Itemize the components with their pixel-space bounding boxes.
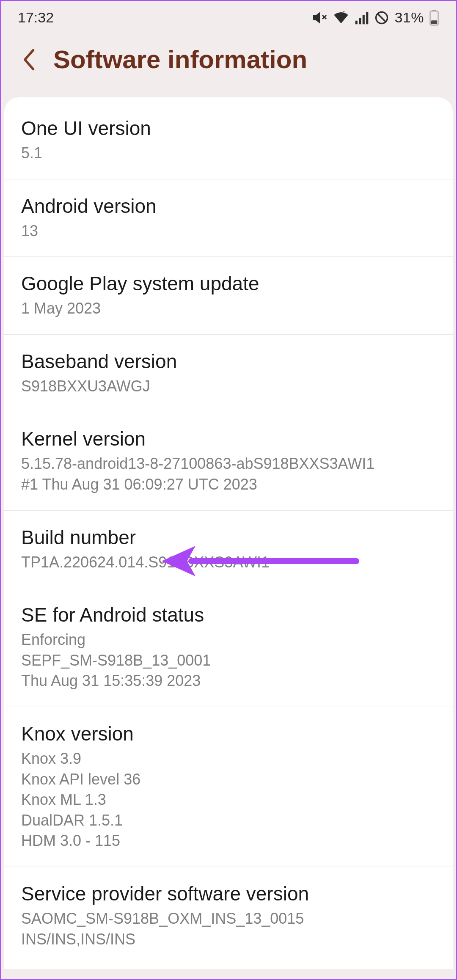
svg-line-8: [378, 14, 385, 22]
battery-icon: [429, 10, 439, 26]
value-android: 13: [21, 221, 436, 242]
row-baseband[interactable]: Baseband version S918BXXU3AWGJ: [4, 335, 453, 413]
label-kernel: Kernel version: [21, 427, 436, 450]
mute-icon: [312, 10, 328, 25]
status-time: 17:32: [18, 9, 54, 26]
svg-rect-5: [363, 15, 365, 24]
value-kernel: 5.15.78-android13-8-27100863-abS918BXXS3…: [21, 454, 436, 495]
back-icon[interactable]: [19, 49, 41, 71]
value-knox: Knox 3.9 Knox API level 36 Knox ML 1.3 D…: [21, 749, 436, 851]
value-service-provider: SAOMC_SM-S918B_OXM_INS_13_0015 INS/INS,I…: [21, 908, 436, 950]
svg-rect-11: [431, 20, 437, 24]
cellular-icon: [355, 11, 369, 25]
svg-rect-3: [355, 20, 358, 24]
label-android: Android version: [21, 195, 436, 217]
row-build-number[interactable]: Build number TP1A.220624.014.S918BXXS3AW…: [4, 511, 453, 589]
do-not-disturb-icon: [374, 10, 389, 25]
label-build: Build number: [21, 526, 436, 549]
page-title: Software information: [53, 45, 307, 74]
label-play-update: Google Play system update: [21, 272, 436, 295]
label-service-provider: Service provider software version: [21, 882, 436, 905]
svg-rect-4: [359, 18, 361, 24]
value-build: TP1A.220624.014.S918BXXS3AWI1: [21, 552, 436, 573]
settings-card: One UI version 5.1 Android version 13 Go…: [4, 97, 453, 969]
value-baseband: S918BXXU3AWGJ: [21, 376, 436, 397]
label-se-android: SE for Android status: [21, 603, 436, 626]
value-one-ui: 5.1: [21, 143, 436, 164]
svg-rect-6: [366, 12, 369, 24]
status-right-cluster: 6 31%: [312, 9, 439, 26]
row-play-update[interactable]: Google Play system update 1 May 2023: [4, 257, 453, 335]
row-service-provider[interactable]: Service provider software version SAOMC_…: [4, 867, 453, 965]
row-one-ui-version[interactable]: One UI version 5.1: [4, 102, 453, 179]
row-se-android[interactable]: SE for Android status Enforcing SEPF_SM-…: [4, 588, 453, 707]
wifi-icon: 6: [333, 10, 350, 25]
row-android-version[interactable]: Android version 13: [4, 179, 453, 257]
svg-text:6: 6: [343, 10, 346, 16]
page-header: Software information: [1, 30, 456, 97]
row-kernel[interactable]: Kernel version 5.15.78-android13-8-27100…: [4, 412, 453, 510]
battery-percent: 31%: [394, 9, 424, 26]
label-baseband: Baseband version: [21, 350, 436, 373]
label-knox: Knox version: [21, 722, 436, 745]
row-knox[interactable]: Knox version Knox 3.9 Knox API level 36 …: [4, 707, 453, 867]
value-se-android: Enforcing SEPF_SM-S918B_13_0001 Thu Aug …: [21, 630, 436, 691]
value-play-update: 1 May 2023: [21, 298, 436, 319]
status-bar: 17:32 6: [1, 1, 456, 30]
label-one-ui: One UI version: [21, 117, 436, 140]
